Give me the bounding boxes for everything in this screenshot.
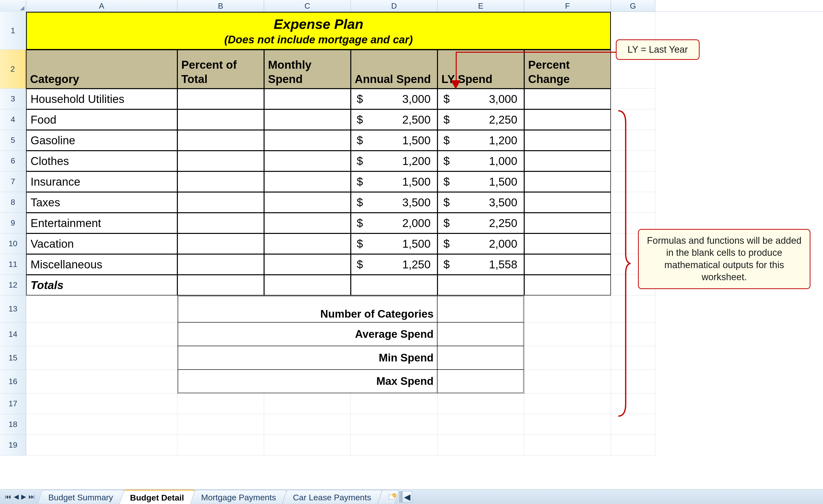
header-monthly-spend[interactable]: Monthly Spend <box>264 50 351 89</box>
cell-monthly[interactable] <box>264 89 351 109</box>
row-header-14[interactable]: 14 <box>0 322 26 346</box>
cell-monthly[interactable] <box>264 192 351 213</box>
cell-monthly[interactable] <box>264 213 351 233</box>
cell-A15[interactable] <box>26 346 177 370</box>
tab-nav-first-icon[interactable]: ⏮ <box>5 493 11 501</box>
totals-label[interactable]: Totals <box>26 275 177 295</box>
cell-annual[interactable]: $3,000 <box>351 89 438 109</box>
row-header-19[interactable]: 19 <box>0 435 26 456</box>
cell-A19[interactable] <box>26 435 177 456</box>
cell-F14[interactable] <box>524 322 611 346</box>
cell-ly[interactable]: $1,200 <box>438 130 524 151</box>
cell-B18[interactable] <box>177 414 264 435</box>
cell-monthly[interactable] <box>264 233 351 254</box>
cell-category[interactable]: Household Utilities <box>26 89 177 109</box>
cell-category[interactable]: Gasoline <box>26 130 177 151</box>
cell-annual[interactable]: $2,500 <box>351 109 438 130</box>
cell-F17[interactable] <box>524 394 611 414</box>
cell-ly[interactable]: $2,250 <box>438 109 524 130</box>
cell-G19[interactable] <box>611 435 655 456</box>
cell-percent[interactable] <box>177 192 264 213</box>
tab-mortgage-payments[interactable]: Mortgage Payments <box>190 490 287 504</box>
cell-E17[interactable] <box>438 394 524 414</box>
cell-annual[interactable]: $2,000 <box>351 213 438 233</box>
cell-F18[interactable] <box>524 414 611 435</box>
stat-label-average[interactable]: Average Spend <box>177 322 438 346</box>
cell-category[interactable]: Insurance <box>26 171 177 192</box>
tab-car-lease-payments[interactable]: Car Lease Payments <box>282 490 382 504</box>
cell-monthly[interactable] <box>264 171 351 192</box>
tab-nav-prev-icon[interactable]: ◀ <box>14 493 19 501</box>
cell-category[interactable]: Vacation <box>26 233 177 254</box>
tab-budget-detail[interactable]: Budget Detail <box>119 490 195 504</box>
cell-G3[interactable] <box>611 89 655 109</box>
cell-ly[interactable]: $1,558 <box>438 254 524 275</box>
cell-monthly[interactable] <box>264 151 351 171</box>
select-all-corner[interactable] <box>0 0 26 12</box>
cell-B19[interactable] <box>177 435 264 456</box>
stat-label-categories[interactable]: Number of Categories <box>177 295 438 322</box>
cell-percent[interactable] <box>177 213 264 233</box>
cell-percent[interactable] <box>177 89 264 109</box>
header-annual-spend[interactable]: Annual Spend <box>351 50 438 89</box>
row-header-17[interactable]: 17 <box>0 394 26 414</box>
cell-percent[interactable] <box>177 233 264 254</box>
cell-change[interactable] <box>524 254 611 275</box>
stat-label-min[interactable]: Min Spend <box>177 346 438 370</box>
totals-change[interactable] <box>524 275 611 295</box>
row-header-2[interactable]: 2 <box>0 50 26 89</box>
header-percent-total[interactable]: Percent of Total <box>177 50 264 89</box>
row-header-4[interactable]: 4 <box>0 109 26 130</box>
cell-A18[interactable] <box>26 414 177 435</box>
cell-change[interactable] <box>524 89 611 109</box>
tab-budget-summary[interactable]: Budget Summary <box>38 490 124 504</box>
cell-E19[interactable] <box>438 435 524 456</box>
cell-C18[interactable] <box>264 414 351 435</box>
cell-D19[interactable] <box>351 435 438 456</box>
cell-ly[interactable]: $2,250 <box>438 213 524 233</box>
row-header-6[interactable]: 6 <box>0 151 26 171</box>
col-header-G[interactable]: G <box>611 0 655 12</box>
cell-A17[interactable] <box>26 394 177 414</box>
totals-annual[interactable] <box>351 275 438 295</box>
row-header-12[interactable]: 12 <box>0 275 26 295</box>
col-header-C[interactable]: C <box>264 0 351 12</box>
cell-category[interactable]: Entertainment <box>26 213 177 233</box>
cell-F19[interactable] <box>524 435 611 456</box>
cell-category[interactable]: Miscellaneous <box>26 254 177 275</box>
cell-change[interactable] <box>524 151 611 171</box>
cell-C17[interactable] <box>264 394 351 414</box>
cell-change[interactable] <box>524 233 611 254</box>
cell-percent[interactable] <box>177 130 264 151</box>
cell-annual[interactable]: $1,200 <box>351 151 438 171</box>
totals-ly[interactable] <box>438 275 524 295</box>
stat-value-min[interactable] <box>438 346 524 370</box>
cell-percent[interactable] <box>177 109 264 130</box>
tab-nav-last-icon[interactable]: ⏭ <box>29 493 35 501</box>
cell-D18[interactable] <box>351 414 438 435</box>
row-header-7[interactable]: 7 <box>0 171 26 192</box>
cell-F15[interactable] <box>524 346 611 370</box>
cell-monthly[interactable] <box>264 254 351 275</box>
tab-nav-next-icon[interactable]: ▶ <box>21 493 26 501</box>
cell-B17[interactable] <box>177 394 264 414</box>
cell-E18[interactable] <box>438 414 524 435</box>
cell-A16[interactable] <box>26 370 177 394</box>
cell-annual[interactable]: $1,250 <box>351 254 438 275</box>
cell-category[interactable]: Taxes <box>26 192 177 213</box>
cell-annual[interactable]: $3,500 <box>351 192 438 213</box>
stat-value-max[interactable] <box>438 370 524 394</box>
totals-percent[interactable] <box>177 275 264 295</box>
cell-monthly[interactable] <box>264 109 351 130</box>
header-ly-spend[interactable]: LY Spend <box>438 50 524 89</box>
cell-ly[interactable]: $3,500 <box>438 192 524 213</box>
cell-change[interactable] <box>524 213 611 233</box>
tab-scroll-split[interactable] <box>399 491 402 503</box>
cell-annual[interactable]: $1,500 <box>351 233 438 254</box>
cell-monthly[interactable] <box>264 130 351 151</box>
col-header-B[interactable]: B <box>177 0 264 12</box>
cell-percent[interactable] <box>177 151 264 171</box>
cell-ly[interactable]: $1,000 <box>438 151 524 171</box>
cell-A13[interactable] <box>26 295 177 322</box>
row-header-15[interactable]: 15 <box>0 346 26 370</box>
